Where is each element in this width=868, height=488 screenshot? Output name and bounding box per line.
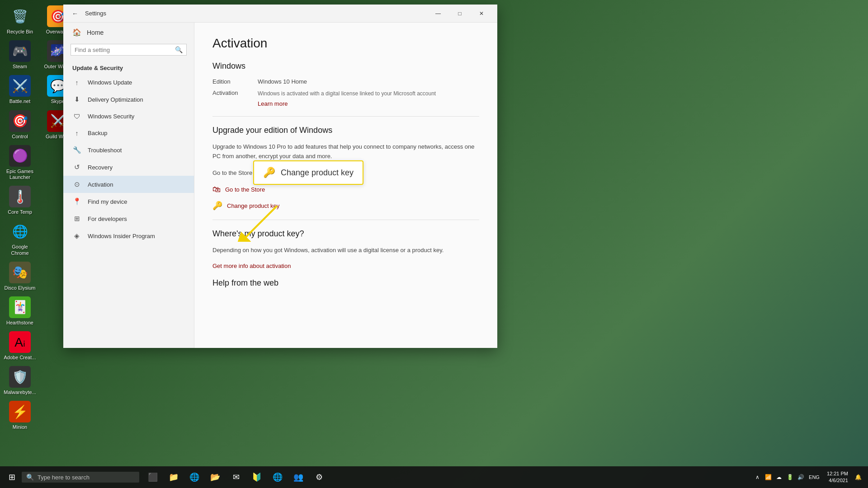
- task-view-button[interactable]: ⬛: [143, 467, 163, 487]
- system-tray: ∧ 📶 ☁ 🔋 🔊 ENG 12:21 PM 4/6/2021 🔔: [753, 468, 866, 486]
- battlenet-label: Battle.net: [9, 99, 30, 104]
- delivery-opt-label: Delivery Optimization: [88, 96, 143, 103]
- adobe-icon: Aᵢ: [9, 331, 31, 353]
- tray-network-icon[interactable]: 📶: [764, 468, 773, 486]
- product-key-section-title: Where's my product key?: [212, 229, 479, 239]
- recovery-icon: ↺: [72, 163, 81, 171]
- security-button[interactable]: 🔰: [247, 467, 267, 487]
- start-button[interactable]: ⊞: [2, 467, 22, 487]
- steam-label: Steam: [13, 64, 27, 70]
- title-bar: ← Settings — □ ✕: [63, 5, 497, 23]
- file-manager-button[interactable]: 📂: [205, 467, 225, 487]
- search-input[interactable]: [75, 47, 175, 53]
- core-temp-label: Core Temp: [8, 209, 32, 215]
- sidebar-item-windows-security[interactable]: 🛡 Windows Security: [63, 108, 194, 125]
- edge-browser-button[interactable]: 🌐: [184, 467, 204, 487]
- windows-security-label: Windows Security: [88, 113, 134, 120]
- page-title: Activation: [212, 36, 479, 51]
- malwarebytes-label: Malwarebyte...: [4, 389, 36, 395]
- sidebar-item-troubleshoot[interactable]: 🔧 Troubleshoot: [63, 141, 194, 159]
- chrome-taskbar-button[interactable]: 🌐: [268, 467, 288, 487]
- sidebar: 🏠 Home 🔍 Update & Security ↑ Windows Upd…: [63, 23, 194, 348]
- tray-expand-icon[interactable]: ∧: [753, 468, 762, 486]
- settings-taskbar-button[interactable]: ⚙: [309, 467, 329, 487]
- find-device-label: Find my device: [88, 198, 127, 205]
- desktop-icon-chrome[interactable]: 🌐 Google Chrome: [2, 219, 38, 258]
- change-product-key-callout: 🔑 Change product key: [253, 160, 363, 185]
- windows-update-label: Windows Update: [88, 79, 132, 86]
- close-button[interactable]: ✕: [471, 6, 492, 21]
- get-more-info-link[interactable]: Get more info about activation: [212, 263, 479, 269]
- change-key-label[interactable]: Change product key: [227, 202, 279, 209]
- sidebar-item-windows-insider[interactable]: ◈ Windows Insider Program: [63, 227, 194, 244]
- help-web-title: Help from the web: [212, 278, 479, 288]
- desktop-icon-disco[interactable]: 🎭 Disco Elysium: [2, 260, 38, 293]
- adobe-label: Adobe Creat...: [4, 355, 36, 361]
- desktop-icon-minion[interactable]: ⚡ Minion: [2, 399, 38, 432]
- recovery-label: Recovery: [88, 164, 113, 171]
- chrome-label: Google Chrome: [4, 244, 36, 256]
- sidebar-item-find-my-device[interactable]: 📍 Find my device: [63, 193, 194, 210]
- tray-language[interactable]: ENG: [807, 474, 821, 480]
- windows-security-icon: 🛡: [72, 113, 81, 120]
- malwarebytes-icon: 🛡️: [9, 366, 31, 388]
- sidebar-section-title: Update & Security: [63, 61, 194, 74]
- teams-button[interactable]: 👥: [288, 467, 308, 487]
- store-icon: 🛍: [212, 185, 221, 194]
- product-key-desc: Depending on how you got Windows, activa…: [212, 246, 479, 255]
- windows-section-title: Windows: [212, 61, 479, 71]
- sidebar-item-recovery[interactable]: ↺ Recovery: [63, 159, 194, 176]
- sidebar-home-item[interactable]: 🏠 Home: [63, 23, 194, 42]
- core-temp-icon: 🌡️: [9, 186, 31, 207]
- tray-date: 4/6/2021: [829, 477, 848, 484]
- delivery-opt-icon: ⬇: [72, 95, 81, 103]
- back-button[interactable]: ←: [69, 7, 81, 20]
- activation-info-label: Activation: [212, 89, 249, 96]
- desktop-icon-steam[interactable]: 🎮 Steam: [2, 38, 38, 71]
- sidebar-item-backup[interactable]: ↑ Backup: [63, 125, 194, 141]
- sidebar-search-box[interactable]: 🔍: [71, 44, 187, 56]
- minion-label: Minion: [13, 424, 27, 430]
- sidebar-item-windows-update[interactable]: ↑ Windows Update: [63, 74, 194, 91]
- disco-label: Disco Elysium: [4, 285, 35, 291]
- desktop-icon-recycle-bin[interactable]: 🗑️ Recycle Bin: [2, 4, 38, 37]
- tray-time: 12:21 PM: [827, 470, 848, 477]
- desktop-icon-epic[interactable]: 🟣 Epic Games Launcher: [2, 143, 38, 182]
- taskbar-search-box[interactable]: 🔍 Type here to search: [22, 472, 139, 483]
- file-explorer-button[interactable]: 📁: [164, 467, 184, 487]
- go-to-store-link[interactable]: 🛍 Go to the Store: [212, 185, 479, 194]
- control-icon: 🎯: [9, 110, 31, 132]
- go-to-store-label[interactable]: Go to the Store: [225, 186, 265, 193]
- maximize-button[interactable]: □: [449, 6, 470, 21]
- minimize-button[interactable]: —: [428, 6, 448, 21]
- tray-volume-icon[interactable]: 🔊: [796, 468, 805, 486]
- notification-button[interactable]: 🔔: [854, 468, 863, 486]
- desktop-icon-battlenet[interactable]: ⚔️ Battle.net: [2, 73, 38, 106]
- sidebar-item-delivery-opt[interactable]: ⬇ Delivery Optimization: [63, 91, 194, 108]
- desktop-icon-control[interactable]: 🎯 Control: [2, 108, 38, 141]
- learn-more-link[interactable]: Learn more: [258, 100, 436, 107]
- callout-text: Change product key: [281, 168, 354, 178]
- hearthstone-label: Hearthstone: [6, 320, 33, 326]
- tray-cloud-icon[interactable]: ☁: [774, 468, 783, 486]
- change-product-key-link[interactable]: 🔑 Change product key: [212, 201, 479, 211]
- control-label: Control: [12, 134, 28, 140]
- key-icon: 🔑: [212, 201, 222, 211]
- callout-key-icon: 🔑: [263, 167, 275, 178]
- tray-clock[interactable]: 12:21 PM 4/6/2021: [823, 470, 852, 484]
- window-body: 🏠 Home 🔍 Update & Security ↑ Windows Upd…: [63, 23, 497, 348]
- sidebar-item-activation[interactable]: ⊙ Activation: [63, 176, 194, 193]
- desktop-icon-core-temp[interactable]: 🌡️ Core Temp: [2, 184, 38, 217]
- tray-battery-icon[interactable]: 🔋: [785, 468, 794, 486]
- window-title: Settings: [85, 10, 106, 17]
- edition-row: Edition Windows 10 Home: [212, 78, 479, 85]
- desktop-icon-hearthstone[interactable]: 🃏 Hearthstone: [2, 295, 38, 328]
- desktop-icon-adobe[interactable]: Aᵢ Adobe Creat...: [2, 329, 38, 362]
- edition-label: Edition: [212, 78, 249, 85]
- mail-button[interactable]: ✉: [226, 467, 246, 487]
- insider-label: Windows Insider Program: [88, 233, 155, 239]
- epic-label: Epic Games Launcher: [4, 169, 36, 180]
- desktop-icon-malwarebytes[interactable]: 🛡️ Malwarebyte...: [2, 364, 38, 397]
- sidebar-item-for-developers[interactable]: ⊞ For developers: [63, 210, 194, 227]
- edition-value: Windows 10 Home: [258, 78, 307, 85]
